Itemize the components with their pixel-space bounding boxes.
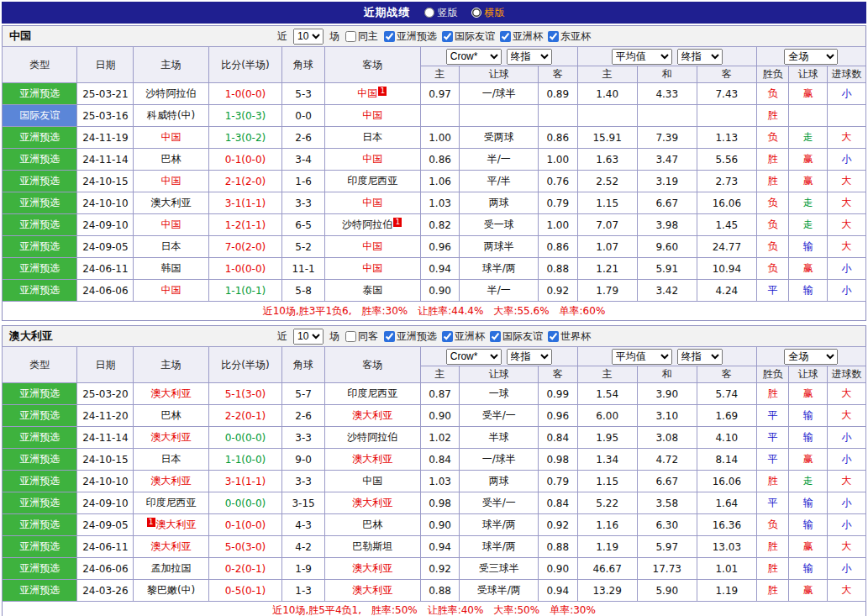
away-team-cell[interactable]: 印度尼西亚 bbox=[324, 383, 420, 405]
home-team-cell[interactable]: 日本 bbox=[134, 236, 208, 258]
competition-checkbox[interactable] bbox=[548, 31, 559, 42]
competition-filter-option[interactable]: 亚洲预选 bbox=[384, 29, 437, 44]
home-team-cell[interactable]: 印度尼西亚 bbox=[134, 492, 208, 514]
same-venue-checkbox[interactable] bbox=[345, 31, 356, 42]
odds-source-select[interactable]: Crow* bbox=[446, 49, 502, 65]
competition-checkbox[interactable] bbox=[490, 331, 501, 342]
competition-checkbox[interactable] bbox=[442, 331, 453, 342]
odds-time-select[interactable]: 终指 bbox=[507, 349, 552, 365]
score-cell[interactable]: 1-3(0-3) bbox=[208, 105, 281, 127]
away-team-cell[interactable]: 泰国 bbox=[324, 280, 420, 302]
home-team-cell[interactable]: 日本 bbox=[134, 449, 208, 471]
games-count-select[interactable]: 10 bbox=[293, 29, 324, 45]
horizontal-radio[interactable] bbox=[471, 8, 481, 18]
away-team-cell[interactable]: 澳大利亚 bbox=[324, 558, 420, 580]
average-time-select[interactable]: 终指 bbox=[677, 349, 723, 365]
home-team-cell[interactable]: 沙特阿拉伯 bbox=[134, 83, 208, 105]
competition-checkbox[interactable] bbox=[384, 331, 395, 342]
average-time-select[interactable]: 终指 bbox=[677, 49, 723, 65]
home-team-cell[interactable]: 巴林 bbox=[134, 149, 208, 171]
away-team-cell[interactable]: 巴勒斯坦 bbox=[324, 536, 420, 558]
home-team-cell[interactable]: 澳大利亚 bbox=[134, 383, 208, 405]
score-cell[interactable]: 0-1(0-0) bbox=[208, 514, 281, 536]
score-cell[interactable]: 3-1(1-1) bbox=[208, 471, 281, 492]
scope-select[interactable]: 全场 bbox=[784, 349, 838, 365]
away-team-cell[interactable]: 中国 bbox=[324, 236, 420, 258]
score-cell[interactable]: 3-1(1-1) bbox=[208, 192, 281, 214]
away-team-cell[interactable]: 中国1 bbox=[324, 83, 420, 105]
competition-filter-option[interactable]: 亚洲杯 bbox=[442, 329, 485, 344]
average-select[interactable]: 平均值 bbox=[612, 49, 672, 65]
home-team-cell[interactable]: 1澳大利亚 bbox=[134, 514, 208, 536]
competition-filter-option[interactable]: 世界杯 bbox=[548, 329, 591, 344]
away-team-cell[interactable]: 澳大利亚 bbox=[324, 580, 420, 602]
avg-draw-odds: 3.42 bbox=[637, 280, 697, 302]
score-cell[interactable]: 0-0(0-0) bbox=[208, 427, 281, 449]
odds-source-select[interactable]: Crow* bbox=[446, 349, 502, 365]
vertical-radio[interactable] bbox=[424, 8, 434, 18]
home-team-cell[interactable]: 巴林 bbox=[134, 405, 208, 427]
away-team-cell[interactable]: 沙特阿拉伯 bbox=[324, 427, 420, 449]
layout-vertical-option[interactable]: 竖版 bbox=[424, 6, 458, 20]
same-venue-option[interactable]: 同主 bbox=[345, 29, 378, 44]
away-team-cell[interactable]: 中国 bbox=[324, 471, 420, 492]
away-team-cell[interactable]: 中国 bbox=[324, 258, 420, 280]
odds-time-select[interactable]: 终指 bbox=[507, 49, 552, 65]
score-cell[interactable]: 5-0(3-0) bbox=[208, 536, 281, 558]
score-cell[interactable]: 1-2(1-1) bbox=[208, 214, 281, 236]
competition-filter-option[interactable]: 国际友谊 bbox=[490, 329, 543, 344]
score-cell[interactable]: 1-3(0-2) bbox=[208, 127, 281, 149]
same-venue-option[interactable]: 同客 bbox=[345, 329, 378, 344]
away-team-cell[interactable]: 印度尼西亚 bbox=[324, 171, 420, 192]
home-team-cell[interactable]: 韩国 bbox=[134, 258, 208, 280]
score-cell[interactable]: 1-0(0-0) bbox=[208, 258, 281, 280]
away-team-cell[interactable]: 中国 bbox=[324, 105, 420, 127]
match-row: 亚洲预选24-09-10印度尼西亚0-0(0-0)3-15澳大利亚0.98受半/… bbox=[3, 492, 866, 514]
score-cell[interactable]: 0-2(0-1) bbox=[208, 558, 281, 580]
games-count-select[interactable]: 10 bbox=[293, 329, 324, 345]
score-cell[interactable]: 2-2(0-1) bbox=[208, 405, 281, 427]
home-team-cell[interactable]: 中国 bbox=[134, 127, 208, 149]
competition-filter-option[interactable]: 亚洲预选 bbox=[384, 329, 437, 344]
away-team-cell[interactable]: 沙特阿拉伯1 bbox=[324, 214, 420, 236]
home-team-cell[interactable]: 澳大利亚 bbox=[134, 192, 208, 214]
competition-checkbox[interactable] bbox=[548, 331, 559, 342]
home-team-cell[interactable]: 科威特(中) bbox=[134, 105, 208, 127]
score-cell[interactable]: 1-1(0-1) bbox=[208, 280, 281, 302]
home-team-cell[interactable]: 中国 bbox=[134, 171, 208, 192]
average-select[interactable]: 平均值 bbox=[612, 349, 672, 365]
competition-filter-option[interactable]: 国际友谊 bbox=[442, 29, 495, 44]
away-team-cell[interactable]: 澳大利亚 bbox=[324, 405, 420, 427]
away-team-cell[interactable]: 巴林 bbox=[324, 514, 420, 536]
score-cell[interactable]: 0-5(0-1) bbox=[208, 580, 281, 602]
away-team-cell[interactable]: 澳大利亚 bbox=[324, 492, 420, 514]
away-team-cell[interactable]: 中国 bbox=[324, 149, 420, 171]
home-team-cell[interactable]: 中国 bbox=[134, 280, 208, 302]
same-venue-checkbox[interactable] bbox=[345, 331, 356, 342]
score-cell[interactable]: 1-0(0-0) bbox=[208, 83, 281, 105]
home-team-cell[interactable]: 孟加拉国 bbox=[134, 558, 208, 580]
home-team-cell[interactable]: 澳大利亚 bbox=[134, 536, 208, 558]
score-cell[interactable]: 0-1(0-0) bbox=[208, 149, 281, 171]
home-team-cell[interactable]: 中国 bbox=[134, 214, 208, 236]
layout-horizontal-option[interactable]: 横版 bbox=[471, 6, 505, 20]
score-cell[interactable]: 2-1(2-0) bbox=[208, 171, 281, 192]
score-cell[interactable]: 0-0(0-0) bbox=[208, 492, 281, 514]
competition-filter-option[interactable]: 亚洲杯 bbox=[500, 29, 543, 44]
competition-checkbox[interactable] bbox=[500, 31, 511, 42]
away-team-cell[interactable]: 澳大利亚 bbox=[324, 449, 420, 471]
home-team-cell[interactable]: 澳大利亚 bbox=[134, 427, 208, 449]
away-team-cell[interactable]: 日本 bbox=[324, 127, 420, 149]
competition-checkbox[interactable] bbox=[442, 31, 453, 42]
home-team-cell[interactable]: 黎巴嫩(中) bbox=[134, 580, 208, 602]
away-team-cell[interactable]: 中国 bbox=[324, 192, 420, 214]
scope-select[interactable]: 全场 bbox=[784, 49, 838, 65]
competition-filter-option[interactable]: 东亚杯 bbox=[548, 29, 591, 44]
home-team-cell[interactable]: 澳大利亚 bbox=[134, 471, 208, 492]
score-cell[interactable]: 1-1(0-0) bbox=[208, 449, 281, 471]
score-cell[interactable]: 7-0(2-0) bbox=[208, 236, 281, 258]
corner-cell: 9-0 bbox=[282, 449, 325, 471]
score-cell[interactable]: 5-1(3-0) bbox=[208, 383, 281, 405]
competition-checkbox[interactable] bbox=[384, 31, 395, 42]
match-type-cell: 亚洲预选 bbox=[3, 83, 77, 105]
